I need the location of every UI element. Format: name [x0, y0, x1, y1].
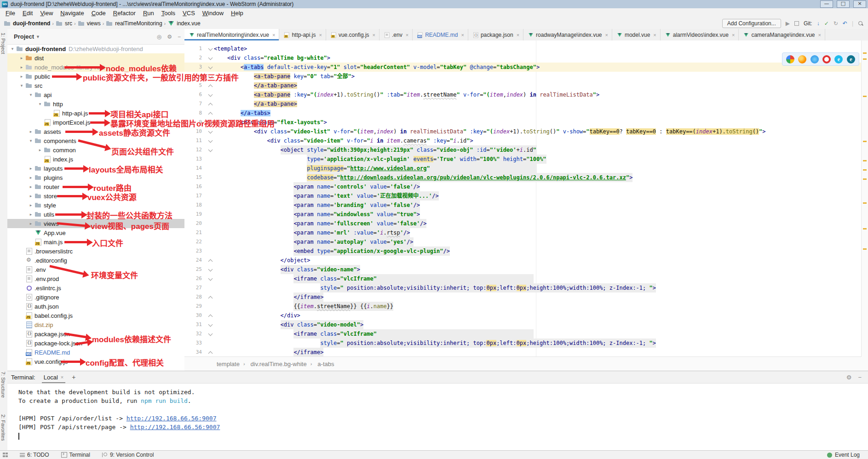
close-icon[interactable]: ×: [605, 32, 608, 38]
editor-breadcrumb-item[interactable]: a-tabs: [317, 361, 334, 367]
fold-marker-icon[interactable]: [207, 348, 214, 357]
locate-file-icon[interactable]: ◎: [157, 34, 161, 40]
firefox-browser-icon[interactable]: [798, 55, 806, 63]
tool-stripe-project[interactable]: 1: Project: [0, 33, 6, 54]
tree-item-index-js[interactable]: index.js: [7, 155, 184, 164]
editor-tab[interactable]: package.json×: [468, 29, 523, 40]
statusbar-item-6-todo[interactable]: 6: TODO: [20, 452, 49, 458]
fold-marker-icon[interactable]: [207, 90, 214, 99]
safari-browser-icon[interactable]: [811, 55, 819, 63]
chevron-right-icon[interactable]: ▸: [18, 56, 25, 60]
editor-tab[interactable]: realTimeMonitoring\index.vue×: [184, 29, 279, 40]
tree-item-http[interactable]: ▾http: [7, 99, 184, 109]
close-icon[interactable]: ×: [406, 32, 408, 38]
fold-marker-icon[interactable]: [207, 256, 214, 265]
editor-tab[interactable]: vue.config.js×: [326, 29, 379, 40]
new-terminal-session-button[interactable]: +: [72, 373, 75, 381]
edge-browser-icon[interactable]: e: [847, 55, 855, 63]
tree-item-vue-config-js[interactable]: vue.config.js: [7, 357, 184, 366]
menu-item-file[interactable]: File: [2, 10, 19, 17]
tree-item-dist[interactable]: ▸dist: [7, 53, 184, 63]
tree-item-public[interactable]: ▸public: [7, 72, 184, 81]
chevron-right-icon[interactable]: ▸: [27, 212, 34, 217]
tree-item-package-lock-json[interactable]: package-lock.json: [7, 339, 184, 348]
ie-browser-icon[interactable]: e: [834, 55, 843, 63]
tree-item-app-vue[interactable]: App.vue: [7, 228, 184, 237]
close-icon[interactable]: ×: [818, 32, 821, 38]
fold-marker-icon[interactable]: [207, 293, 214, 302]
git-update-icon[interactable]: ↓: [817, 20, 820, 27]
git-commit-icon[interactable]: ✓: [824, 20, 829, 27]
stop-icon[interactable]: [794, 21, 799, 26]
tree-item-main-js[interactable]: main.js: [7, 237, 184, 247]
run-icon[interactable]: ▶: [786, 20, 790, 27]
nav-crumb-realtimemonitoring[interactable]: realTimeMonitoring: [106, 20, 162, 27]
tree-item-readme-md[interactable]: README.md: [7, 348, 184, 357]
menu-item-run[interactable]: Run: [139, 10, 158, 17]
tree-item-style[interactable]: ▸style: [7, 201, 184, 210]
terminal-output[interactable]: Note that the development build is not o…: [7, 383, 868, 451]
fold-marker-icon[interactable]: [207, 145, 214, 155]
tree-item-dist-zip[interactable]: dist.zip: [7, 320, 184, 329]
error-stripe-scrollbar[interactable]: [861, 40, 868, 357]
tree-item-common[interactable]: ▸common: [7, 145, 184, 155]
editor-tab[interactable]: roadwayManage\index.vue×: [523, 29, 612, 40]
nav-crumb-index.vue[interactable]: index.vue: [167, 20, 200, 27]
hide-panel-icon[interactable]: −: [858, 374, 862, 381]
statusbar-item-grid[interactable]: [3, 453, 8, 457]
tree-item-babel-config-js[interactable]: babel.config.js: [7, 311, 184, 320]
menu-item-vcs[interactable]: VCS: [179, 10, 199, 17]
chevron-down-icon[interactable]: ▾: [27, 92, 34, 97]
tree-item-utils[interactable]: ▸utils: [7, 210, 184, 219]
opera-browser-icon[interactable]: [822, 55, 831, 63]
tree-item--env-prod[interactable]: .env.prod: [7, 274, 184, 283]
tree-item-layouts[interactable]: ▸layouts: [7, 164, 184, 173]
tree-item--editorconfig[interactable]: .editorconfig: [7, 256, 184, 265]
menu-item-tools[interactable]: Tools: [158, 10, 179, 17]
chevron-right-icon[interactable]: ▸: [27, 175, 34, 180]
chevron-right-icon[interactable]: ▸: [27, 129, 34, 134]
tree-item--env[interactable]: .env: [7, 265, 184, 274]
tree-item-router[interactable]: ▸router: [7, 182, 184, 191]
tree-item-assets[interactable]: ▸assets: [7, 127, 184, 136]
code-editor[interactable]: 1<template>2 <div class="realTime bg-whi…: [184, 40, 862, 357]
project-panel-title[interactable]: Project: [14, 33, 34, 40]
statusbar-item-event-log[interactable]: Event Log: [827, 452, 868, 458]
statusbar-item-9-version-control[interactable]: 9: Version Control: [102, 452, 154, 458]
close-icon[interactable]: ×: [853, 0, 866, 8]
menu-item-navigate[interactable]: Navigate: [57, 10, 87, 17]
chevron-down-icon[interactable]: ▾: [27, 138, 34, 143]
statusbar-item-terminal[interactable]: Terminal: [61, 452, 90, 458]
nav-crumb-views[interactable]: views: [78, 20, 101, 27]
gear-icon[interactable]: ⚙: [167, 34, 172, 40]
gear-icon[interactable]: ⚙: [846, 374, 852, 381]
tree-item--browserslistrc[interactable]: .browserslistrc: [7, 247, 184, 256]
fold-marker-icon[interactable]: [207, 109, 214, 118]
fold-marker-icon[interactable]: [207, 329, 214, 339]
chevron-right-icon[interactable]: ▸: [27, 166, 34, 171]
minimize-icon[interactable]: —: [820, 0, 833, 8]
close-icon[interactable]: ×: [319, 32, 322, 38]
editor-tab[interactable]: .env×: [379, 29, 413, 40]
menu-item-window[interactable]: Window: [199, 10, 227, 17]
menu-item-refactor[interactable]: Refactor: [109, 10, 139, 17]
maximize-icon[interactable]: □: [837, 0, 850, 8]
chevron-down-icon[interactable]: ▾: [36, 102, 44, 106]
fold-marker-icon[interactable]: [207, 63, 214, 72]
close-icon[interactable]: ×: [373, 32, 375, 38]
menu-item-edit[interactable]: Edit: [19, 10, 36, 17]
fold-marker-icon[interactable]: [207, 44, 214, 53]
chevron-right-icon[interactable]: ▸: [27, 221, 34, 226]
fold-marker-icon[interactable]: [207, 72, 214, 81]
tree-item-package-json[interactable]: package.json: [7, 329, 184, 339]
fold-marker-icon[interactable]: [207, 127, 214, 136]
close-icon[interactable]: ×: [517, 32, 519, 38]
fold-marker-icon[interactable]: [207, 53, 214, 63]
editor-tab[interactable]: cameraManage\index.vue×: [739, 29, 825, 40]
tree-item-api[interactable]: ▾api: [7, 90, 184, 99]
tree-item--eslintrc-js[interactable]: .eslintrc.js: [7, 283, 184, 293]
editor-tab[interactable]: model.vue×: [612, 29, 661, 40]
fold-marker-icon[interactable]: [207, 81, 214, 90]
tree-item-src[interactable]: ▾src: [7, 81, 184, 90]
tool-stripe-favorites[interactable]: 2: Favorites: [0, 414, 6, 441]
